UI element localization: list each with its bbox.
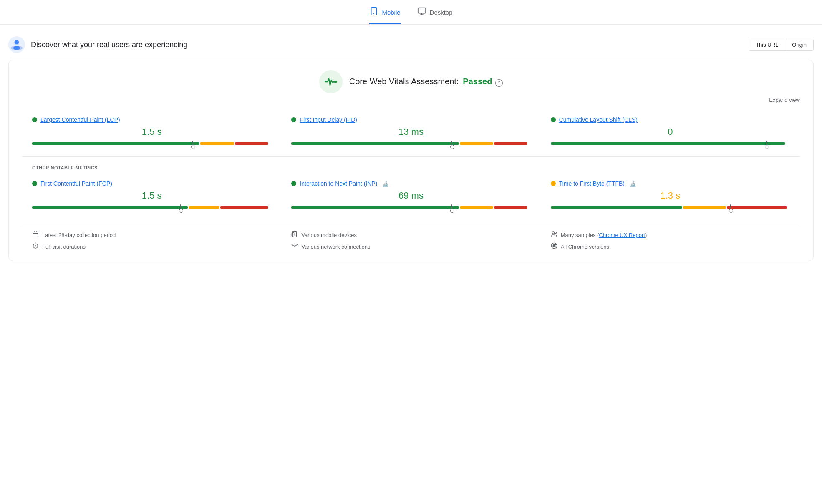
tab-desktop-label: Desktop xyxy=(430,9,453,16)
origin-button[interactable]: Origin xyxy=(785,39,813,50)
cls-bar-green xyxy=(551,142,785,145)
inp-value: 69 ms xyxy=(291,190,530,201)
chrome-icon xyxy=(551,242,557,251)
metric-fid-label-row: First Input Delay (FID) xyxy=(291,116,530,123)
timer-icon xyxy=(32,242,39,251)
footer-chrome: All Chrome versions xyxy=(551,242,790,251)
fid-status-dot xyxy=(291,117,296,122)
footer-info: Latest 28-day collection period Full vis… xyxy=(22,224,800,251)
lcp-label[interactable]: Largest Contentful Paint (LCP) xyxy=(40,116,120,123)
this-url-button[interactable]: This URL xyxy=(749,39,785,50)
fid-bar-green xyxy=(291,142,459,145)
metric-fcp-label-row: First Contentful Paint (FCP) xyxy=(32,180,271,187)
lcp-bar-red xyxy=(235,142,268,145)
svg-point-2 xyxy=(373,13,374,14)
fcp-label[interactable]: First Contentful Paint (FCP) xyxy=(40,180,112,187)
inp-label[interactable]: Interaction to Next Paint (INP) xyxy=(300,180,377,187)
lcp-bar-marker xyxy=(192,141,193,146)
device-tabs: Mobile Desktop xyxy=(0,0,822,25)
tab-mobile[interactable]: Mobile xyxy=(369,7,400,24)
users-icon xyxy=(551,231,557,239)
discover-left: Discover what your real users are experi… xyxy=(8,36,187,53)
metric-fcp: First Contentful Paint (FCP) 1.5 s xyxy=(22,174,281,217)
lcp-bar-orange xyxy=(200,142,234,145)
fid-bar-orange xyxy=(460,142,493,145)
footer-network: Various network connections xyxy=(291,242,530,251)
ttfb-bar-orange xyxy=(683,206,726,209)
fcp-bar-orange xyxy=(189,206,220,209)
ttfb-label[interactable]: Time to First Byte (TTFB) xyxy=(559,180,625,187)
inp-experiment-icon: 🔬 xyxy=(382,181,389,187)
chrome-ux-report-link[interactable]: Chrome UX Report xyxy=(599,232,645,238)
metric-ttfb: Time to First Byte (TTFB) 🔬 1.3 s xyxy=(541,174,800,217)
metric-cls-label-row: Cumulative Layout Shift (CLS) xyxy=(551,116,790,123)
discover-section: Discover what your real users are experi… xyxy=(0,33,822,60)
cls-bar xyxy=(551,141,790,146)
svg-point-22 xyxy=(552,232,554,234)
cls-status-dot xyxy=(551,117,556,122)
ttfb-status-dot xyxy=(551,181,556,186)
svg-point-10 xyxy=(15,40,19,44)
url-origin-toggle: This URL Origin xyxy=(749,39,814,51)
desktop-icon xyxy=(417,7,426,18)
metric-ttfb-label-row: Time to First Byte (TTFB) 🔬 xyxy=(551,180,790,187)
discover-avatar-icon xyxy=(8,36,25,53)
tab-desktop[interactable]: Desktop xyxy=(417,7,453,24)
core-metrics-grid: Largest Contentful Paint (LCP) 1.5 s Fir… xyxy=(22,110,800,153)
footer-28day-text: Latest 28-day collection period xyxy=(42,232,116,238)
inp-bar-track xyxy=(291,206,530,209)
calendar-icon xyxy=(32,231,39,239)
fcp-value: 1.5 s xyxy=(32,190,271,201)
fcp-bar-track xyxy=(32,206,271,209)
fid-value: 13 ms xyxy=(291,126,530,137)
pulse-icon xyxy=(324,75,338,88)
lcp-status-dot xyxy=(32,117,37,122)
cls-bar-track xyxy=(551,142,790,145)
svg-point-25 xyxy=(553,244,555,247)
metric-fid: First Input Delay (FID) 13 ms xyxy=(281,110,540,153)
footer-col-1: Latest 28-day collection period Full vis… xyxy=(22,231,281,251)
footer-full-visit: Full visit durations xyxy=(32,242,271,251)
fcp-bar-green xyxy=(32,206,188,209)
expand-view[interactable]: Expand view xyxy=(22,97,800,103)
inp-bar xyxy=(291,204,530,210)
metric-inp-label-row: Interaction to Next Paint (INP) 🔬 xyxy=(291,180,530,187)
metric-lcp: Largest Contentful Paint (LCP) 1.5 s xyxy=(22,110,281,153)
footer-col-2: Various mobile devices Various network c… xyxy=(281,231,540,251)
metric-inp: Interaction to Next Paint (INP) 🔬 69 ms xyxy=(281,174,540,217)
ttfb-bar xyxy=(551,204,790,210)
ttfb-bar-green xyxy=(551,206,682,209)
svg-rect-13 xyxy=(33,232,38,237)
fid-bar-red xyxy=(494,142,527,145)
mobile-icon xyxy=(369,7,378,18)
fid-bar xyxy=(291,141,530,146)
cls-label[interactable]: Cumulative Layout Shift (CLS) xyxy=(559,116,638,123)
metric-lcp-label-row: Largest Contentful Paint (LCP) xyxy=(32,116,271,123)
cwv-assessment-label: Core Web Vitals Assessment: xyxy=(349,77,459,86)
expand-label: Expand view xyxy=(769,97,800,103)
svg-point-12 xyxy=(334,81,337,83)
ttfb-bar-marker xyxy=(730,204,731,210)
fid-label[interactable]: First Input Delay (FID) xyxy=(300,116,357,123)
footer-samples: Many samples (Chrome UX Report) xyxy=(551,231,790,239)
svg-point-11 xyxy=(13,46,20,50)
footer-mobile-text: Various mobile devices xyxy=(301,232,357,238)
footer-full-visit-text: Full visit durations xyxy=(42,244,86,250)
ttfb-experiment-icon: 🔬 xyxy=(630,181,636,187)
cls-value: 0 xyxy=(551,126,790,137)
inp-bar-red xyxy=(494,206,527,209)
cls-bar-marker xyxy=(766,141,767,146)
tab-mobile-label: Mobile xyxy=(382,9,400,16)
footer-mobile-devices: Various mobile devices xyxy=(291,231,530,239)
footer-network-text: Various network connections xyxy=(301,244,370,250)
lcp-bar-green xyxy=(32,142,199,145)
question-icon[interactable]: ? xyxy=(495,79,503,87)
svg-rect-3 xyxy=(418,8,425,13)
main-card: Core Web Vitals Assessment: Passed ? Exp… xyxy=(8,60,814,261)
other-metrics-grid: First Contentful Paint (FCP) 1.5 s Inter… xyxy=(22,174,800,217)
inp-status-dot xyxy=(291,181,296,186)
discover-title: Discover what your real users are experi… xyxy=(31,40,187,49)
devices-icon xyxy=(291,231,298,239)
fcp-bar-red xyxy=(220,206,268,209)
metrics-divider xyxy=(22,156,800,157)
